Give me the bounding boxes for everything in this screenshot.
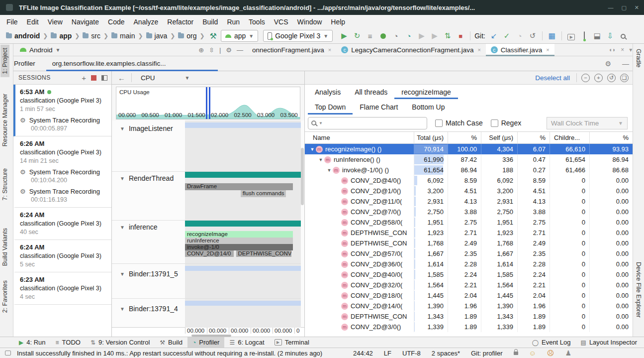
sidebar-item----favorites[interactable]: 2: Favorites	[1, 280, 8, 313]
thread-track[interactable]	[185, 299, 301, 328]
gear-icon[interactable]: ⚙	[605, 60, 611, 68]
thread-label[interactable]: ▼ Binder:13791_5	[120, 270, 178, 278]
search-input[interactable]	[324, 118, 424, 128]
menu-item-vcs[interactable]: VCS	[270, 16, 293, 27]
column-header-self[interactable]: Self (μs)	[481, 132, 518, 143]
add-session-icon[interactable]: +	[82, 74, 86, 82]
thread-label[interactable]: ▼ ImageListener	[120, 124, 173, 132]
close-icon[interactable]: ×	[477, 47, 480, 53]
table-row[interactable]: mCONV_2D@40/0(1,5852.241,5852.2400.00	[305, 269, 633, 280]
thread-lane[interactable]: ▼ inference recognizeImage runInference …	[112, 221, 301, 264]
caret-position[interactable]: 244:42	[353, 350, 373, 357]
toolwindow-terminal[interactable]: ▶ Terminal	[270, 337, 314, 348]
sidebar-item-device-file-explorer[interactable]: Device File Explorer	[635, 262, 642, 318]
menu-item-refactor[interactable]: Refactor	[163, 16, 198, 27]
regex-checkbox[interactable]: Regex	[491, 119, 521, 127]
zoom-to-selection-icon[interactable]: ❏	[620, 74, 629, 82]
hide-panel-icon[interactable]: —	[622, 60, 629, 68]
apply-code-changes-button[interactable]: ≡	[364, 32, 376, 40]
collapse-triangle-icon[interactable]: ▼	[120, 126, 125, 131]
breadcrumb-item-android[interactable]: android	[5, 32, 41, 40]
table-row[interactable]: mDEPTHWISE_CON1,9232.711,9232.7100.00	[305, 228, 633, 238]
stop-session-icon[interactable]	[91, 75, 96, 81]
trace-span[interactable]: runInference	[185, 238, 293, 244]
table-row[interactable]: mDEPTHWISE_CON1,3431.891,3431.8900.00	[305, 311, 633, 322]
table-row[interactable]: mCONV_2D@36/0(1,6142.281,6142.2800.00	[305, 259, 633, 269]
toolwindow-build[interactable]: ⚒ Build	[155, 337, 187, 348]
collapse-triangle-icon[interactable]: ▼	[120, 306, 125, 312]
apply-changes-restart-button[interactable]: ↻	[351, 31, 364, 40]
column-header-children[interactable]: Childre...	[550, 132, 590, 143]
selection-end-handle[interactable]	[209, 87, 210, 119]
stop-process-button[interactable]: ▶	[428, 31, 441, 40]
search-box[interactable]: ▼	[308, 117, 427, 129]
trace-span[interactable]: invoke@-1/0	[185, 244, 293, 250]
session-item[interactable]: 6:53 AMclassification (Google Pixel 3)1 …	[13, 85, 111, 136]
close-icon[interactable]: ×	[621, 46, 624, 53]
column-header-children-pct[interactable]: %	[590, 132, 633, 143]
line-ending[interactable]: LF	[384, 350, 391, 357]
session-item[interactable]: 6:26 AMclassification (Google Pixel 3)14…	[13, 136, 111, 208]
project-structure-icon[interactable]: ▦	[546, 31, 558, 40]
reset-zoom-icon[interactable]: ↺	[607, 74, 616, 82]
sdk-manager-icon[interactable]: ⬓	[591, 31, 604, 40]
session-item[interactable]: 6:23 AMclassification (Google Pixel 3)4 …	[13, 272, 111, 305]
expand-arrow-icon[interactable]: ▼	[309, 147, 316, 152]
profiler-session-tab[interactable]: org.tensorflow.lite.examples.classific..…	[46, 56, 218, 71]
menu-item-edit[interactable]: Edit	[22, 16, 43, 27]
gear-icon[interactable]: ⚙	[226, 46, 232, 54]
expand-arrow-icon[interactable]: ▼	[317, 157, 324, 162]
thread-track[interactable]	[185, 264, 301, 298]
sync-button[interactable]: ⇅	[441, 31, 454, 40]
toolwindow-logcat[interactable]: ☰ 6: Logcat	[224, 337, 269, 348]
table-row[interactable]: mCONV_2D@3/0()1,3391.891,3391.8900.00	[305, 322, 633, 332]
tab-flame-chart[interactable]: Flame Chart	[353, 99, 405, 115]
menu-item-window[interactable]: Window	[293, 16, 327, 27]
table-row[interactable]: mCONV_2D@57/0(1,6672.351,6672.3500.00	[305, 248, 633, 259]
attach-debugger-button[interactable]: ▶	[415, 31, 428, 40]
trace-span[interactable]: DEPTHWISE_CONV_...	[236, 250, 292, 257]
table-row[interactable]: ▼mrecognizeImage() ()70,914100.004,3046.…	[305, 144, 633, 154]
search-everywhere-button[interactable]	[617, 32, 630, 40]
git-branch[interactable]: Git: profiler	[471, 350, 503, 357]
happy-face-icon[interactable]: ☺	[529, 350, 536, 357]
tab-bottom-up[interactable]: Bottom Up	[405, 99, 452, 115]
column-header-name[interactable]: Name	[305, 132, 414, 143]
device-manager-icon[interactable]	[578, 32, 591, 40]
sidebar-item-gradle[interactable]: Gradle	[635, 49, 642, 68]
session-item[interactable]: 6:24 AMclassification (Google Pixel 3)40…	[13, 208, 111, 240]
sad-face-icon[interactable]: ☹	[547, 350, 554, 357]
toolwindow-run[interactable]: ▶ 4: Run	[14, 337, 51, 348]
collapse-triangle-icon[interactable]: ▼	[120, 225, 125, 230]
recording-item[interactable]: ⚙System Trace Recording00:10:04.200	[20, 168, 108, 184]
table-row[interactable]: mCONV_2D@58/0(1,9512.751,9512.7500.00	[305, 217, 633, 228]
menu-item-help[interactable]: Help	[326, 16, 350, 27]
window-icon[interactable]	[5, 351, 11, 356]
table-row[interactable]: mCONV_2D@1/0()3,2004.513,2004.5100.00	[305, 186, 633, 196]
table-row[interactable]: ▼minvoke@-1/0() ()61,65486.941880.2761,4…	[305, 165, 633, 175]
sidebar-item----structure[interactable]: 7: Structure	[1, 168, 8, 201]
tab-all-threads[interactable]: All threads	[348, 85, 394, 99]
column-header-self-pct[interactable]: %	[518, 132, 550, 143]
breadcrumb-item-app[interactable]: app	[50, 32, 73, 40]
menu-item-navigate[interactable]: Navigate	[67, 16, 103, 27]
hide-panel-icon[interactable]: —	[237, 46, 243, 54]
profile-button[interactable]: ◔	[389, 32, 402, 40]
back-arrow-icon[interactable]: ←	[112, 74, 131, 82]
menu-item-file[interactable]: File	[2, 16, 22, 27]
status-message[interactable]: Install successfully finished in 140 ms.…	[17, 350, 322, 357]
locate-file-icon[interactable]: ⊕	[198, 46, 204, 54]
close-icon[interactable]: ✕	[635, 5, 639, 10]
match-case-checkbox[interactable]: Match Case	[435, 119, 483, 127]
project-view-selector[interactable]: Android	[29, 46, 53, 54]
thread-lane[interactable]: ▼ ImageListener	[112, 120, 301, 172]
toolwindow-layout-inspector[interactable]: ▤ Layout Inspector	[576, 337, 642, 348]
run-config-select[interactable]: app ▼	[221, 30, 258, 42]
breadcrumb-item-java[interactable]: java	[145, 32, 169, 40]
git-commit-icon[interactable]: ✓	[500, 31, 513, 40]
thread-track[interactable]: DrawFrame flush commands	[185, 172, 301, 220]
tab-top-down[interactable]: Top Down	[308, 99, 353, 115]
chevron-down-icon[interactable]: ▼	[185, 75, 190, 81]
trace-span[interactable]: flush commands	[241, 190, 286, 197]
menu-item-tools[interactable]: Tools	[244, 16, 270, 27]
